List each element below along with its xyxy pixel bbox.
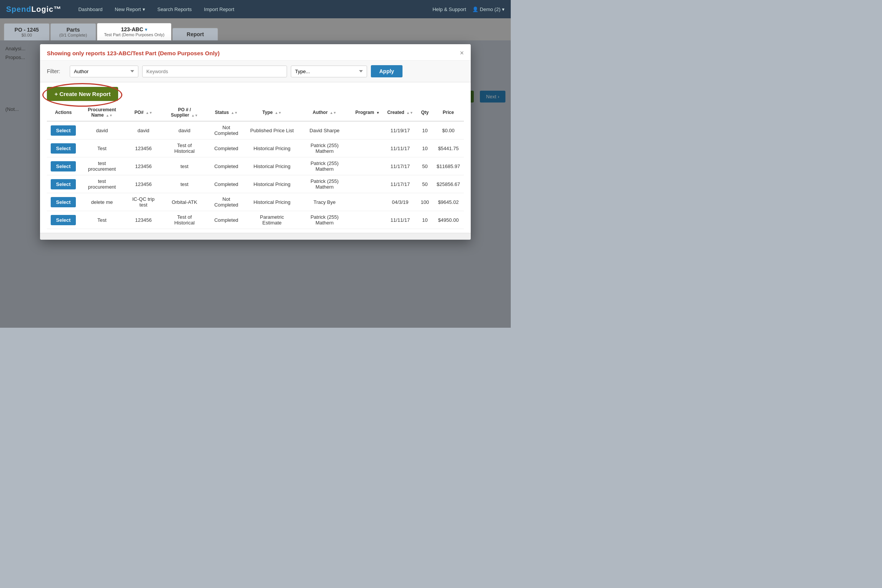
dropdown-icon: ▾ — [143, 6, 145, 12]
col-po-supplier[interactable]: PO # /Supplier ▲▼ — [163, 104, 206, 121]
navbar: SpendLogic™ Dashboard New Report ▾ Searc… — [0, 0, 511, 18]
row-price: $11685.97 — [433, 157, 464, 175]
row-procurement-name: Test — [80, 139, 124, 157]
author-filter-select[interactable]: Author — [70, 66, 138, 77]
help-support-link[interactable]: Help & Support — [433, 6, 466, 12]
select-button[interactable]: Select — [51, 143, 76, 154]
row-program — [351, 193, 383, 211]
table-row: Select test procurement 123456 test Comp… — [47, 157, 464, 175]
row-type: Parametric Estimate — [246, 211, 297, 229]
filter-label: Filter: — [47, 68, 66, 74]
row-author: Patrick (255) Mathern — [298, 157, 352, 175]
tab-part-detail-dropdown-icon: ▾ — [145, 27, 148, 32]
row-program — [351, 211, 383, 229]
modal-title-highlight: 123-ABC/Test Part (Demo Purposes Only) — [107, 50, 220, 56]
nav-dashboard[interactable]: Dashboard — [73, 4, 108, 14]
col-po-num[interactable]: PO# ▲▼ — [124, 104, 163, 121]
row-qty: 10 — [417, 211, 433, 229]
tab-parts-sub: (0/1 Complete) — [59, 33, 87, 37]
row-type: Historical Pricing — [246, 193, 297, 211]
row-action-cell: Select — [47, 193, 80, 211]
col-price: Price — [433, 104, 464, 121]
modal: Showing only reports 123-ABC/Test Part (… — [40, 44, 471, 240]
create-new-report-button[interactable]: + Create New Report — [47, 87, 118, 101]
apply-filter-button[interactable]: Apply — [371, 65, 403, 77]
row-po-num: 123456 — [124, 157, 163, 175]
tab-report[interactable]: Report — [172, 28, 218, 40]
row-created: 11/17/17 — [383, 175, 417, 193]
row-status: Completed — [206, 175, 246, 193]
brand-logic: Logic — [31, 5, 53, 13]
table-header-row: Actions ProcurementName ▲▼ PO# ▲▼ PO # /… — [47, 104, 464, 121]
select-button[interactable]: Select — [51, 197, 76, 207]
col-actions: Actions — [47, 104, 80, 121]
row-procurement-name: test procurement — [80, 157, 124, 175]
col-status[interactable]: Status ▲▼ — [206, 104, 246, 121]
row-author: Patrick (255) Mathern — [298, 211, 352, 229]
select-button[interactable]: Select — [51, 125, 76, 136]
row-po-supplier: test — [163, 175, 206, 193]
table-row: Select delete me IC-QC trip test Orbital… — [47, 193, 464, 211]
row-price: $0.00 — [433, 121, 464, 139]
row-procurement-name: delete me — [80, 193, 124, 211]
nav-import-report[interactable]: Import Report — [199, 4, 239, 14]
col-author[interactable]: Author ▲▼ — [298, 104, 352, 121]
nav-links: Dashboard New Report ▾ Search Reports Im… — [73, 4, 432, 14]
table-container[interactable]: Actions ProcurementName ▲▼ PO# ▲▼ PO # /… — [40, 104, 471, 233]
nav-right: Help & Support 👤 Demo (2) ▾ — [433, 6, 505, 12]
col-procurement-name[interactable]: ProcurementName ▲▼ — [80, 104, 124, 121]
row-po-supplier: david — [163, 121, 206, 139]
row-po-num: david — [124, 121, 163, 139]
row-created: 04/3/19 — [383, 193, 417, 211]
keywords-filter-input[interactable] — [142, 66, 287, 77]
create-report-wrap: + Create New Report — [40, 82, 471, 104]
row-type: Published Price List — [246, 121, 297, 139]
nav-search-reports[interactable]: Search Reports — [152, 4, 197, 14]
brand-logo: SpendLogic™ — [6, 5, 61, 14]
row-price: $9645.02 — [433, 193, 464, 211]
row-status: Not Completed — [206, 193, 246, 211]
nav-new-report[interactable]: New Report ▾ — [109, 4, 151, 14]
row-status: Completed — [206, 211, 246, 229]
filter-row: Filter: Author Type... Apply — [40, 61, 471, 82]
row-procurement-name: test procurement — [80, 175, 124, 193]
row-qty: 50 — [417, 175, 433, 193]
select-button[interactable]: Select — [51, 215, 76, 225]
row-action-cell: Select — [47, 139, 80, 157]
brand-spend: Spend — [6, 5, 31, 13]
tab-part-detail-title: 123-ABC — [121, 26, 143, 32]
col-created[interactable]: Created ▲▼ — [383, 104, 417, 121]
tabs-bar: PO - 1245 $0.00 Parts (0/1 Complete) 123… — [0, 18, 511, 40]
row-price: $4950.00 — [433, 211, 464, 229]
modal-title: Showing only reports 123-ABC/Test Part (… — [47, 50, 220, 56]
tab-po-sub: $0.00 — [21, 33, 32, 37]
row-status: Completed — [206, 157, 246, 175]
modal-close-button[interactable]: × — [460, 50, 464, 56]
tab-parts[interactable]: Parts (0/1 Complete) — [50, 23, 96, 40]
modal-header: Showing only reports 123-ABC/Test Part (… — [40, 44, 471, 61]
tab-parts-title: Parts — [66, 27, 80, 33]
tab-po[interactable]: PO - 1245 $0.00 — [4, 23, 50, 40]
type-filter-select[interactable]: Type... — [291, 66, 367, 77]
select-button[interactable]: Select — [51, 161, 76, 171]
col-program[interactable]: Program ▼ — [351, 104, 383, 121]
row-status: Completed — [206, 139, 246, 157]
select-button[interactable]: Select — [51, 179, 76, 189]
col-type[interactable]: Type ▲▼ — [246, 104, 297, 121]
row-action-cell: Select — [47, 211, 80, 229]
row-procurement-name: david — [80, 121, 124, 139]
row-type: Historical Pricing — [246, 139, 297, 157]
modal-overlay: Showing only reports 123-ABC/Test Part (… — [0, 40, 511, 328]
row-po-supplier: Test of Historical — [163, 139, 206, 157]
row-program — [351, 157, 383, 175]
user-icon: 👤 — [472, 6, 478, 12]
tab-part-detail[interactable]: 123-ABC ▾ Test Part (Demo Purposes Only) — [97, 23, 172, 40]
row-action-cell: Select — [47, 175, 80, 193]
row-qty: 100 — [417, 193, 433, 211]
modal-footer — [40, 233, 471, 240]
row-type: Historical Pricing — [246, 157, 297, 175]
row-qty: 10 — [417, 139, 433, 157]
tab-report-title: Report — [187, 31, 204, 37]
user-menu[interactable]: 👤 Demo (2) ▾ — [472, 6, 505, 12]
tab-po-title: PO - 1245 — [14, 27, 39, 33]
